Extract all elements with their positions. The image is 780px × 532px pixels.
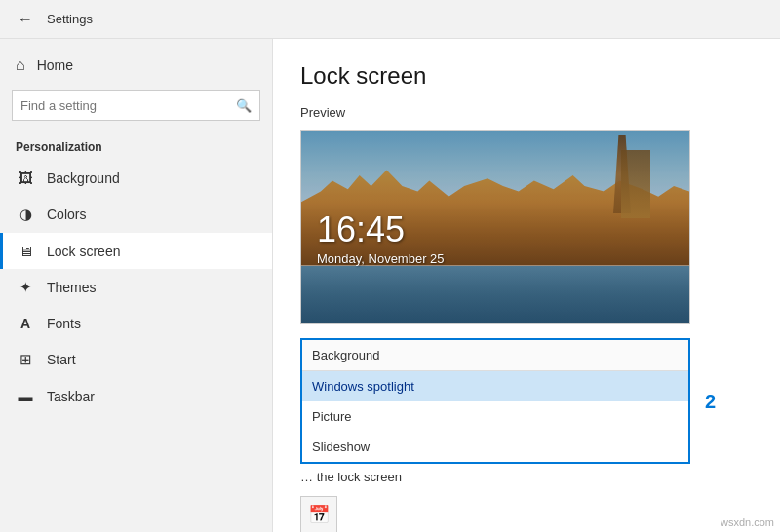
- sidebar-item-label: Themes: [47, 280, 97, 295]
- content-area: Lock screen Preview 16:45 Monday, Novemb…: [273, 39, 780, 532]
- sidebar-item-start[interactable]: ⊞ Start: [0, 341, 272, 378]
- sidebar-item-themes[interactable]: ✦ Themes: [0, 269, 272, 306]
- search-box[interactable]: 🔍: [12, 90, 260, 121]
- dropdown-option-windows-spotlight[interactable]: Windows spotlight: [302, 371, 688, 401]
- preview-reflection: [301, 266, 689, 323]
- preview-date: Monday, November 25: [317, 251, 445, 266]
- taskbar-icon: ▬: [16, 388, 35, 404]
- sidebar: ⌂ Home 🔍 Personalization 🖼 Background ◑ …: [0, 39, 273, 532]
- sidebar-section-label: Personalization: [0, 133, 272, 160]
- background-icon: 🖼: [16, 170, 35, 186]
- title-bar: ← Settings: [0, 0, 780, 39]
- calendar-icon-button[interactable]: 📅: [300, 496, 337, 532]
- badge-2: 2: [705, 390, 716, 412]
- search-icon: 🔍: [236, 98, 252, 113]
- back-icon: ←: [18, 11, 33, 28]
- colors-icon: ◑: [16, 206, 35, 223]
- dropdown-label: Background: [302, 340, 688, 371]
- start-icon: ⊞: [16, 351, 35, 368]
- dropdown-wrapper: Background Windows spotlight Picture Sli…: [300, 338, 690, 464]
- lock-screen-icon: 🖥: [16, 243, 35, 259]
- sidebar-item-background[interactable]: 🖼 Background: [0, 160, 272, 196]
- title-bar-title: Settings: [47, 12, 93, 26]
- preview-tower2: [621, 150, 650, 218]
- preview-label: Preview: [300, 105, 753, 120]
- calendar-area: 📅: [300, 496, 753, 532]
- sidebar-item-label: Lock screen: [47, 244, 120, 259]
- sidebar-item-home[interactable]: ⌂ Home: [0, 47, 272, 84]
- sidebar-item-label: Colors: [47, 207, 86, 222]
- calendar-icon: 📅: [308, 504, 330, 525]
- page-title: Lock screen: [300, 62, 753, 90]
- lock-screen-info-partial: …: [300, 470, 313, 484]
- sidebar-item-label: Background: [47, 171, 120, 186]
- home-icon: ⌂: [16, 57, 25, 74]
- fonts-icon: A: [16, 316, 35, 331]
- sidebar-item-label: Fonts: [47, 316, 81, 331]
- sidebar-item-label: Taskbar: [47, 389, 95, 404]
- sidebar-item-label: Start: [47, 352, 76, 367]
- sidebar-item-fonts[interactable]: A Fonts: [0, 306, 272, 341]
- sidebar-item-lock-screen[interactable]: 🖥 Lock screen: [0, 233, 272, 269]
- main-layout: ⌂ Home 🔍 Personalization 🖼 Background ◑ …: [0, 39, 780, 532]
- dropdown-option-slideshow[interactable]: Slideshow: [302, 432, 688, 462]
- dropdown-option-picture[interactable]: Picture: [302, 401, 688, 432]
- sidebar-home-label: Home: [37, 57, 73, 73]
- themes-icon: ✦: [16, 279, 35, 296]
- lock-screen-info-text: … the lock screen: [300, 470, 753, 484]
- lock-screen-info-value: the lock screen: [317, 470, 402, 484]
- search-input[interactable]: [20, 98, 236, 113]
- sidebar-item-taskbar[interactable]: ▬ Taskbar: [0, 378, 272, 414]
- preview-container: 16:45 Monday, November 25 1: [300, 130, 690, 324]
- preview-time: 16:45: [317, 209, 405, 250]
- back-button[interactable]: ←: [12, 6, 39, 33]
- sidebar-item-colors[interactable]: ◑ Colors: [0, 196, 272, 233]
- dropdown-container: Background Windows spotlight Picture Sli…: [300, 338, 690, 464]
- watermark: wsxdn.com: [721, 516, 774, 528]
